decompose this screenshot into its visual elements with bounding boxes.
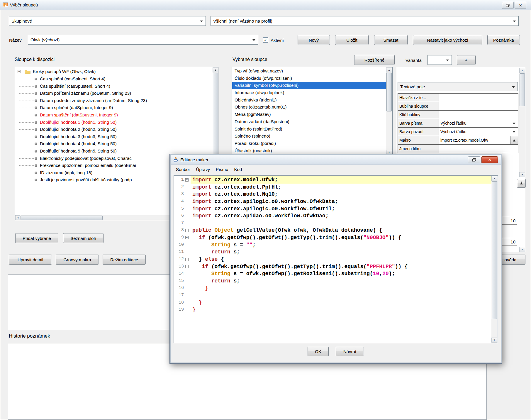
- list-item[interactable]: Splněno (splneno): [232, 133, 386, 140]
- code-line[interactable]: 16 }: [174, 284, 491, 292]
- scroll-down-icon[interactable]: ▼: [519, 172, 525, 177]
- scroll-left-icon[interactable]: ◄: [15, 215, 20, 220]
- tree-item[interactable]: Čas splnění (casSplneni, Short 4): [15, 75, 211, 83]
- aktivni-checkbox[interactable]: ✓: [263, 37, 268, 43]
- fold-marker-icon[interactable]: −: [185, 265, 189, 268]
- varianta-combo[interactable]: [427, 55, 452, 65]
- property-value[interactable]: [439, 144, 518, 153]
- pridat-vybrane-button[interactable]: Přidat vybrané: [15, 233, 58, 243]
- scrollbar-thumb[interactable]: [520, 73, 525, 106]
- close-button[interactable]: ✕: [515, 2, 526, 9]
- code-line[interactable]: 3import cz.ortex.model.Nq10;: [174, 191, 491, 198]
- editor-titlebar[interactable]: Editace maker ✕: [171, 155, 501, 165]
- scrollbar-thumb[interactable]: [492, 181, 497, 319]
- code-line[interactable]: 14 String s = ofwk.getOfwp().getRozlisen…: [174, 270, 491, 277]
- fold-marker-icon[interactable]: −: [185, 229, 189, 232]
- add-variant-button[interactable]: +: [457, 55, 476, 65]
- rozsirene-button[interactable]: Rozšířené: [354, 55, 395, 65]
- list-item[interactable]: Objednávka (trideni1): [232, 96, 386, 104]
- list-item[interactable]: Měna (pgmNazev): [232, 111, 386, 118]
- fold-marker-icon[interactable]: −: [185, 258, 189, 261]
- scrollbar-thumb[interactable]: [213, 73, 218, 161]
- property-value[interactable]: [439, 110, 518, 119]
- list-item[interactable]: Číslo dokladu (ofwp.rozliseni): [232, 75, 386, 82]
- code-editor[interactable]: 1−import cz.ortex.model.Ofwk;2import cz.…: [174, 175, 498, 343]
- fold-marker-icon[interactable]: −: [185, 236, 189, 239]
- code-line[interactable]: 1−import cz.ortex.model.Ofwk;: [174, 176, 491, 184]
- code-line[interactable]: 13− if (ofwk.getOfwp().getOfwt().getTyp(…: [174, 263, 491, 270]
- fold-marker-icon[interactable]: −: [185, 178, 189, 182]
- ok-button[interactable]: OK: [308, 347, 329, 356]
- code-line[interactable]: 6import cz.ortex.apidao.o0.workflow.Ofwk…: [174, 212, 491, 220]
- list-item[interactable]: Datum zadání (datSpusteni): [232, 118, 386, 126]
- tree-item[interactable]: Doplňující hodnota 3 (hodn3, String 50): [15, 133, 211, 140]
- tree-expander-icon[interactable]: −: [18, 70, 21, 73]
- editor-restore-button[interactable]: [468, 156, 480, 163]
- smazat-button[interactable]: Smazat: [374, 35, 408, 45]
- macro-editor-button[interactable]: [510, 136, 518, 144]
- tree-item[interactable]: Datum splnění (datSplneni, Integer 9): [15, 104, 211, 111]
- code-line[interactable]: 19}: [174, 306, 491, 314]
- tree-item[interactable]: Datum poslední změny záznamu (zmDatum, S…: [15, 97, 211, 104]
- menu-item-2[interactable]: Písmo: [213, 165, 231, 174]
- code-line[interactable]: 9− if (ofwk.getOfwp().getOfwt().getTyp()…: [174, 234, 491, 241]
- poznamka-button[interactable]: Poznámka: [487, 35, 520, 45]
- scroll-up-icon[interactable]: ▲: [386, 67, 392, 72]
- list-item[interactable]: Splnit do (splnitDatPred): [232, 126, 386, 133]
- scrollbar-thumb[interactable]: [386, 73, 392, 111]
- code-line[interactable]: 2import cz.ortex.model.PpfHl;: [174, 184, 491, 191]
- scroll-up-icon[interactable]: ▲: [491, 176, 497, 181]
- property-value[interactable]: Výchozí řádku: [439, 127, 518, 136]
- list-item[interactable]: Typ wf (ofwp.ofwt.nazev): [232, 67, 386, 75]
- list-item[interactable]: Informace (ofwp.doplnek): [232, 89, 386, 96]
- menu-item-0[interactable]: Soubor: [173, 165, 193, 174]
- insert-macro-button[interactable]: [517, 179, 526, 188]
- rezim-editace-button[interactable]: Režim editace: [103, 255, 146, 265]
- tree-item[interactable]: Doplňující hodnota 1 (hodn1, String 50): [15, 119, 211, 126]
- code-line[interactable]: 11 return s;: [174, 248, 491, 256]
- upravit-detail-button[interactable]: Upravit detail: [9, 255, 52, 265]
- editor-close-button[interactable]: ✕: [481, 156, 498, 163]
- property-value[interactable]: Výchozí řádku: [439, 119, 518, 128]
- nazev-combo[interactable]: Ofwk (výchozí): [28, 35, 258, 45]
- tree-item[interactable]: Čas spuštění (casSpusteni, Short 4): [15, 83, 211, 90]
- property-value[interactable]: import cz.ortex.model.Ofw: [439, 136, 518, 145]
- list-item[interactable]: Variabilní symbol (ofwp.rozliseni): [232, 82, 386, 89]
- list-item[interactable]: Pořadí kroku (poradi): [232, 140, 386, 147]
- main-titlebar[interactable]: Výběr sloupců ✕: [0, 0, 531, 10]
- font-size-field[interactable]: 10: [502, 217, 517, 225]
- navrat-button[interactable]: Návrat: [336, 347, 364, 356]
- scrollbar-thumb[interactable]: [21, 216, 103, 220]
- tree-root[interactable]: − Kroky postupů WF (Ofwk, Ofwk): [15, 68, 211, 75]
- list-vertical-scrollbar[interactable]: ▲ ▼: [386, 67, 392, 155]
- groovy-makra-button[interactable]: Groovy makra: [56, 255, 99, 265]
- code-line[interactable]: 8−public Object getCellValue(Ofwk ofwk, …: [174, 227, 491, 234]
- editor-vertical-scrollbar[interactable]: ▲ ▼: [491, 176, 497, 343]
- field-type-combo[interactable]: Textové pole: [398, 82, 518, 91]
- font-size-field[interactable]: 10: [502, 238, 517, 246]
- tree-item[interactable]: Datum pořízení záznamu (poDatum, String …: [15, 90, 211, 97]
- selected-columns-list[interactable]: Typ wf (ofwp.ofwt.nazev)Číslo dokladu (o…: [232, 67, 393, 155]
- scroll-down-icon[interactable]: ▼: [519, 247, 525, 252]
- menu-item-3[interactable]: Kód: [231, 165, 245, 174]
- code-line[interactable]: 4import cz.ortex.apilogic.o0.workflow.Of…: [174, 198, 491, 205]
- properties-vertical-scrollbar[interactable]: ▲ ▼: [519, 68, 525, 177]
- profile-combo[interactable]: Všichni (není vázáno na profil): [211, 16, 519, 26]
- nastavit-jako-vychozi-button[interactable]: Nastavit jako výchozí: [413, 35, 482, 45]
- property-value[interactable]: [439, 93, 518, 102]
- tree-item[interactable]: Doplňující hodnota 2 (hodn2, String 50): [15, 126, 211, 133]
- ulozit-button[interactable]: Uložit: [335, 35, 369, 45]
- code-line[interactable]: 15 return s;: [174, 277, 491, 285]
- code-line[interactable]: 18 }: [174, 299, 491, 306]
- code-line[interactable]: 12− } else {: [174, 256, 491, 263]
- restore-button[interactable]: [502, 2, 514, 9]
- menu-item-1[interactable]: Úpravy: [193, 165, 213, 174]
- code-line[interactable]: 10 String s = "";: [174, 241, 491, 249]
- code-line[interactable]: 7: [174, 220, 491, 227]
- seznam-uloh-button[interactable]: Seznam úloh: [63, 233, 104, 243]
- property-value[interactable]: [439, 102, 518, 111]
- list-item[interactable]: Obnos (o0zazntab.num01): [232, 104, 386, 111]
- code-line[interactable]: 5import cz.ortex.apilogic.o0.workflow.Of…: [174, 205, 491, 213]
- scroll-segment[interactable]: ▼: [519, 247, 525, 252]
- list-item[interactable]: Účastník (ucastnik): [232, 147, 386, 154]
